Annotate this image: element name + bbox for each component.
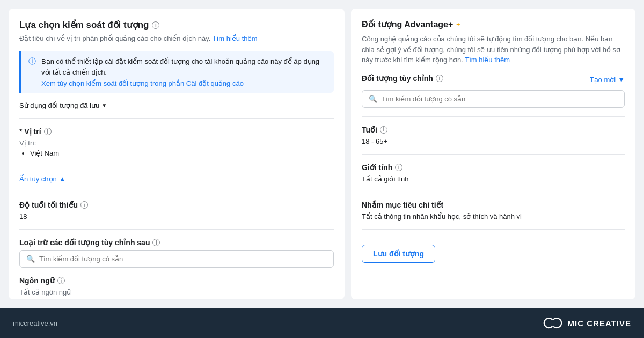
custom-audience-search-icon: 🔍	[369, 95, 377, 103]
custom-audience-search-input[interactable]	[382, 95, 618, 103]
footer-brand-name: MIC CREATIVE	[568, 319, 631, 328]
info-box: ⓘ Bạn có thể thiết lập cài đặt kiểm soát…	[19, 51, 334, 93]
exclude-search-input[interactable]	[39, 255, 327, 263]
left-panel: Lựa chọn kiểm soát đối tượng i Đặt tiêu …	[9, 9, 345, 299]
right-panel-title: Đối tượng Advantage+ +	[362, 19, 625, 30]
info-box-link[interactable]: Xem tùy chọn kiểm soát đối tượng trong p…	[41, 79, 326, 87]
location-list: Việt Nam	[19, 149, 334, 157]
gender-value: Tất cả giới tính	[362, 175, 625, 183]
exclude-search-icon: 🔍	[26, 255, 35, 263]
targeting-label: Nhắm mục tiêu chi tiết	[362, 201, 625, 209]
divider-1	[19, 118, 334, 119]
divider-2	[19, 166, 334, 166]
info-box-icon: ⓘ	[28, 57, 36, 67]
custom-audience-info-icon[interactable]: i	[436, 75, 443, 82]
min-age-info-icon[interactable]: i	[80, 201, 88, 209]
advantage-plus-icon: +	[456, 21, 460, 28]
right-panel: Đối tượng Advantage+ + Công nghệ quảng c…	[351, 9, 635, 299]
saved-audience-dropdown[interactable]: Sử dụng đối tượng đã lưu ▼	[19, 101, 334, 109]
min-age-value: 18	[19, 212, 334, 221]
right-divider-3	[362, 192, 625, 192]
left-panel-subtitle: Đặt tiêu chí về vị trí phân phối quảng c…	[19, 34, 334, 43]
gender-label: Giới tính i	[362, 163, 625, 172]
age-label: Tuổi i	[362, 126, 625, 134]
learn-more-link-right[interactable]: Tìm hiểu thêm	[465, 56, 510, 64]
language-info-icon[interactable]: i	[57, 277, 65, 284]
exclude-info-icon[interactable]: i	[152, 239, 160, 246]
right-panel-description: Công nghệ quảng cáo của chúng tôi sẽ tự …	[362, 34, 625, 65]
custom-audience-label: Đối tượng tùy chỉnh i	[362, 74, 443, 83]
right-divider-1	[362, 116, 625, 117]
location-label: Vị trí:	[19, 139, 334, 147]
divider-4	[19, 229, 334, 230]
saved-audience-chevron: ▼	[101, 102, 107, 108]
collapse-link[interactable]: Ẩn tùy chọn ▲	[19, 175, 334, 183]
custom-audience-row: Đối tượng tùy chỉnh i Tạo mới ▼	[362, 74, 625, 86]
custom-audience-search-box[interactable]: 🔍	[362, 90, 625, 108]
location-section-title: * Vị trí i	[19, 127, 334, 136]
create-new-chevron: ▼	[618, 76, 625, 84]
save-audience-button[interactable]: Lưu đối tượng	[362, 245, 435, 263]
right-divider-2	[362, 154, 625, 155]
footer: miccreative.vn MIC CREATIVE	[0, 308, 644, 338]
footer-url: miccreative.vn	[13, 319, 57, 327]
gender-info-icon[interactable]: i	[395, 164, 402, 171]
exclude-search-box[interactable]: 🔍	[19, 250, 334, 268]
age-info-icon[interactable]: i	[380, 126, 387, 134]
title-info-icon[interactable]: i	[152, 21, 159, 29]
min-age-title: Độ tuổi tối thiểu i	[19, 201, 334, 209]
targeting-value: Tất cả thông tin nhân khẩu học, sở thích…	[362, 212, 625, 221]
info-box-text: Bạn có thể thiết lập cài đặt kiểm soát đ…	[41, 56, 326, 77]
footer-brand: MIC CREATIVE	[543, 313, 631, 333]
location-info-icon[interactable]: i	[44, 128, 52, 135]
language-title: Ngôn ngữ i	[19, 276, 334, 285]
exclude-title: Loại trừ các đối tượng tùy chỉnh sau i	[19, 238, 334, 247]
divider-3	[19, 192, 334, 192]
right-divider-4	[362, 229, 625, 230]
create-new-button[interactable]: Tạo mới ▼	[590, 76, 625, 84]
collapse-icon: ▲	[59, 175, 66, 183]
learn-more-link-left[interactable]: Tìm hiểu thêm	[213, 34, 258, 42]
footer-logo-icon	[543, 313, 562, 333]
language-value: Tất cả ngôn ngữ	[19, 288, 334, 296]
location-item: Việt Nam	[30, 149, 334, 157]
age-value: 18 - 65+	[362, 137, 625, 145]
left-panel-title: Lựa chọn kiểm soát đối tượng i	[19, 19, 334, 31]
